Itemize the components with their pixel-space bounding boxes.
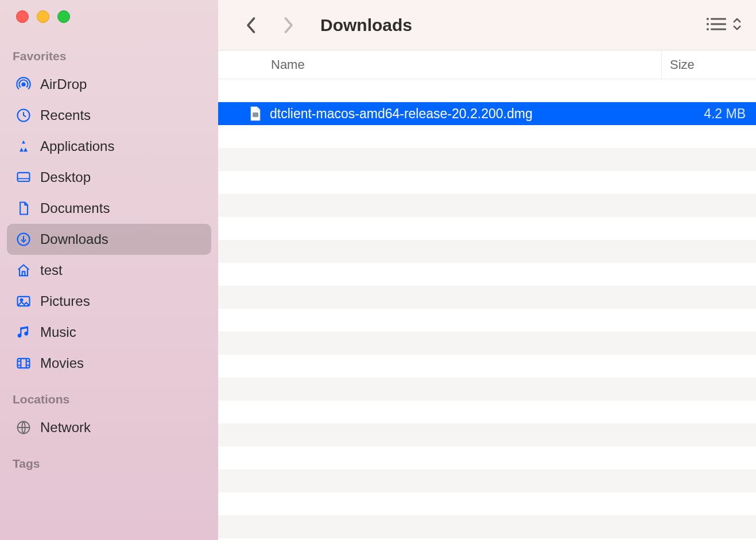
sidebar-item-label: Downloads <box>40 231 108 247</box>
sidebar-locations-list: Network <box>0 410 218 445</box>
empty-row <box>218 217 756 240</box>
clock-icon <box>15 107 32 124</box>
column-headers: Name Size <box>218 50 756 79</box>
empty-row <box>218 79 756 102</box>
sidebar-item-applications[interactable]: Applications <box>7 131 211 162</box>
sidebar-item-test[interactable]: test <box>7 255 211 286</box>
pictures-icon <box>15 293 32 310</box>
empty-row <box>218 492 756 515</box>
file-list[interactable]: dtclient-macos-amd64-release-20.2.200.dm… <box>218 79 756 540</box>
svg-rect-6 <box>18 359 30 368</box>
music-icon <box>15 324 32 341</box>
svg-rect-2 <box>18 173 30 181</box>
empty-row <box>218 424 756 446</box>
close-window-button[interactable] <box>16 10 29 23</box>
sidebar-item-label: test <box>40 262 63 278</box>
desktop-icon <box>15 169 32 186</box>
sidebar-favorites-list: AirDrop Recents Applic <box>0 67 218 381</box>
empty-row <box>218 286 756 309</box>
sidebar-section-favorites: Favorites <box>0 46 218 67</box>
svg-point-5 <box>21 299 23 301</box>
empty-row <box>218 148 756 171</box>
empty-row <box>218 355 756 378</box>
sidebar: Favorites AirDrop <box>0 0 218 540</box>
sidebar-item-documents[interactable]: Documents <box>7 193 211 224</box>
empty-row <box>218 171 756 194</box>
sidebar-item-recents[interactable]: Recents <box>7 100 211 131</box>
sidebar-item-label: Documents <box>40 200 110 216</box>
empty-row <box>218 309 756 332</box>
dmg-file-icon <box>247 106 264 121</box>
maximize-window-button[interactable] <box>57 10 70 23</box>
sidebar-item-label: Network <box>40 419 91 436</box>
airdrop-icon <box>15 76 32 93</box>
nav-forward-button[interactable] <box>278 15 298 36</box>
sidebar-item-airdrop[interactable]: AirDrop <box>7 69 211 100</box>
sidebar-item-label: Pictures <box>40 293 90 309</box>
sidebar-item-label: Movies <box>40 355 84 371</box>
empty-row <box>218 469 756 492</box>
empty-row <box>218 332 756 355</box>
sidebar-item-label: Music <box>40 324 76 340</box>
chevron-up-down-icon <box>732 17 742 34</box>
minimize-window-button[interactable] <box>37 10 49 23</box>
list-view-icon <box>705 16 726 34</box>
file-size: 4.2 MB <box>662 106 756 122</box>
document-icon <box>15 200 32 217</box>
sidebar-item-desktop[interactable]: Desktop <box>7 162 211 193</box>
empty-row <box>218 194 756 217</box>
folder-title: Downloads <box>320 15 412 35</box>
svg-point-10 <box>707 22 709 25</box>
sidebar-section-tags: Tags <box>0 453 218 474</box>
sidebar-section-locations: Locations <box>0 389 218 410</box>
sidebar-item-label: Recents <box>40 107 91 123</box>
svg-point-8 <box>707 17 709 20</box>
movies-icon <box>15 355 32 372</box>
file-row[interactable]: dtclient-macos-amd64-release-20.2.200.dm… <box>218 102 756 125</box>
empty-row <box>218 515 756 538</box>
sidebar-item-label: Desktop <box>40 169 91 185</box>
toolbar: Downloads <box>218 0 756 50</box>
empty-row <box>218 378 756 401</box>
finder-window: Favorites AirDrop <box>0 0 756 540</box>
empty-row <box>218 240 756 263</box>
sidebar-item-label: AirDrop <box>40 76 87 92</box>
main-area: Downloads <box>218 0 756 540</box>
file-name: dtclient-macos-amd64-release-20.2.200.dm… <box>270 106 662 122</box>
downloads-icon <box>15 231 32 248</box>
sidebar-item-downloads[interactable]: Downloads <box>7 224 211 255</box>
sidebar-item-pictures[interactable]: Pictures <box>7 286 211 317</box>
home-icon <box>15 262 32 279</box>
svg-point-0 <box>22 83 25 86</box>
sidebar-item-network[interactable]: Network <box>7 412 211 443</box>
nav-back-button[interactable] <box>241 15 262 36</box>
window-controls <box>0 10 218 23</box>
empty-row <box>218 446 756 469</box>
network-icon <box>15 419 32 436</box>
empty-row <box>218 263 756 286</box>
empty-row <box>218 401 756 424</box>
sidebar-item-music[interactable]: Music <box>7 317 211 348</box>
empty-row <box>218 125 756 148</box>
sidebar-item-label: Applications <box>40 138 114 154</box>
applications-icon <box>15 138 32 155</box>
column-header-name[interactable]: Name <box>218 50 662 79</box>
svg-rect-14 <box>253 112 258 117</box>
svg-point-12 <box>707 28 709 30</box>
column-header-size[interactable]: Size <box>662 50 756 79</box>
view-mode-button[interactable] <box>705 16 742 34</box>
sidebar-item-movies[interactable]: Movies <box>7 348 211 379</box>
